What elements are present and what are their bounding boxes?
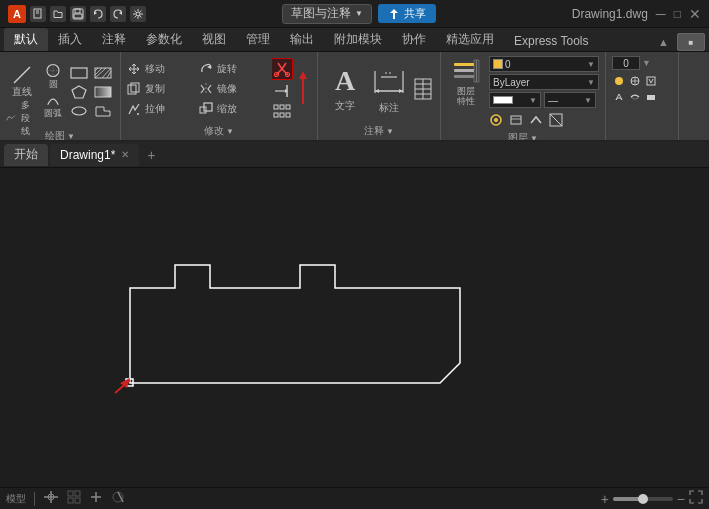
arc-button[interactable]: 圆弧 bbox=[40, 92, 66, 120]
redo-button[interactable] bbox=[110, 6, 126, 22]
grid-button[interactable] bbox=[67, 490, 81, 507]
svg-rect-85 bbox=[75, 491, 80, 496]
save-button[interactable] bbox=[70, 6, 86, 22]
tab-featured[interactable]: 精选应用 bbox=[436, 28, 504, 51]
fullscreen-button[interactable] bbox=[689, 490, 703, 507]
snap-button[interactable] bbox=[43, 490, 59, 507]
layer-tools: 图层特性 0 ▼ ByLayer ▼ bbox=[447, 56, 599, 129]
copy-button[interactable]: 复制 bbox=[127, 80, 197, 98]
tab-view[interactable]: 视图 bbox=[192, 28, 236, 51]
ribbon-options[interactable]: ■ bbox=[677, 33, 705, 51]
rectangle-button[interactable] bbox=[68, 64, 90, 82]
text-button[interactable]: A 文字 bbox=[324, 61, 366, 117]
mirror-button[interactable]: 镜像 bbox=[199, 80, 269, 98]
maximize-button[interactable]: □ bbox=[674, 7, 681, 21]
draw-expand-arrow: ▼ bbox=[67, 132, 75, 141]
prop-btn6[interactable] bbox=[644, 90, 658, 104]
ribbon-toolbar: 直线 多段线 圆 圆弧 bbox=[0, 52, 709, 142]
settings-button[interactable] bbox=[130, 6, 146, 22]
hatch-button[interactable] bbox=[92, 64, 114, 82]
layer-properties-button[interactable]: 图层特性 bbox=[447, 56, 485, 108]
extend-button[interactable] bbox=[271, 82, 293, 100]
annotation-tools: A 文字 标注 bbox=[324, 56, 434, 122]
drawing-canvas bbox=[0, 168, 709, 487]
annotation-group-label[interactable]: 注释 ▼ bbox=[364, 124, 394, 138]
tab-start[interactable]: 开始 bbox=[4, 144, 48, 166]
layer-group-label[interactable]: 图层 ▼ bbox=[508, 131, 538, 142]
zoom-slider[interactable] bbox=[613, 497, 673, 501]
layer-icon1[interactable] bbox=[487, 111, 505, 129]
svg-point-8 bbox=[136, 12, 140, 16]
dimension-button[interactable]: 标注 bbox=[368, 61, 410, 117]
prop-btn1[interactable] bbox=[612, 74, 626, 88]
tab-add-button[interactable]: + bbox=[141, 145, 161, 165]
rotate-button[interactable]: 旋转 bbox=[199, 60, 269, 78]
prop-btn5[interactable] bbox=[628, 90, 642, 104]
canvas-area[interactable]: [-][俯视][二维线框] bbox=[0, 168, 709, 487]
ribbon-group-modify: 移动 复制 拉伸 旋转 镜像 bbox=[121, 52, 318, 140]
svg-rect-42 bbox=[286, 105, 290, 109]
model-button[interactable]: 模型 bbox=[6, 492, 26, 506]
zoom-out-button[interactable]: − bbox=[677, 491, 685, 507]
tab-insert[interactable]: 插入 bbox=[48, 28, 92, 51]
new-button[interactable] bbox=[30, 6, 46, 22]
tab-manage[interactable]: 管理 bbox=[236, 28, 280, 51]
svg-marker-6 bbox=[94, 11, 97, 15]
layer-icon2[interactable] bbox=[507, 111, 525, 129]
tab-annotation[interactable]: 注释 bbox=[92, 28, 136, 51]
tab-close-button[interactable]: ✕ bbox=[121, 149, 129, 160]
ribbon-tabs: 默认 插入 注释 参数化 视图 管理 输出 附加模块 协作 精选应用 Expre… bbox=[0, 28, 709, 52]
trim-button[interactable] bbox=[271, 58, 293, 80]
tab-collaborate[interactable]: 协作 bbox=[392, 28, 436, 51]
svg-rect-76 bbox=[647, 95, 655, 100]
tab-default[interactable]: 默认 bbox=[4, 28, 48, 51]
ortho-button[interactable] bbox=[89, 490, 103, 507]
prop-btn4[interactable] bbox=[612, 90, 626, 104]
tab-drawing1[interactable]: Drawing1* ✕ bbox=[50, 144, 139, 166]
tab-parametric[interactable]: 参数化 bbox=[136, 28, 192, 51]
svg-line-34 bbox=[282, 63, 286, 69]
modify-group-label[interactable]: 修改 ▼ bbox=[204, 124, 234, 138]
move-button[interactable]: 移动 bbox=[127, 60, 197, 78]
undo-button[interactable] bbox=[90, 6, 106, 22]
prop-btn2[interactable] bbox=[628, 74, 642, 88]
scale-button[interactable]: 缩放 bbox=[199, 100, 269, 118]
share-button[interactable]: 共享 bbox=[378, 4, 436, 23]
zoom-in-button[interactable]: + bbox=[601, 491, 609, 507]
ribbon-group-annotation: A 文字 标注 bbox=[318, 52, 441, 140]
open-button[interactable] bbox=[50, 6, 66, 22]
gradient-button[interactable] bbox=[92, 83, 114, 101]
polygon-button[interactable] bbox=[68, 83, 90, 101]
status-bar: 模型 + − bbox=[0, 487, 709, 509]
tab-addons[interactable]: 附加模块 bbox=[324, 28, 392, 51]
svg-rect-23 bbox=[128, 85, 136, 94]
workspace-dropdown[interactable]: 草图与注释 ▼ bbox=[282, 4, 372, 24]
svg-marker-47 bbox=[299, 71, 307, 79]
close-button[interactable]: ✕ bbox=[689, 6, 701, 22]
boundary-button[interactable] bbox=[92, 102, 114, 120]
prop-btn3[interactable] bbox=[644, 74, 658, 88]
svg-rect-22 bbox=[95, 87, 111, 97]
ellipse-button[interactable] bbox=[68, 102, 90, 120]
draw-group-label[interactable]: 绘图 ▼ bbox=[45, 129, 75, 142]
props-group-label bbox=[641, 127, 644, 138]
title-bar-left: A bbox=[8, 5, 146, 23]
array-button[interactable] bbox=[271, 102, 293, 120]
ribbon-collapse-button[interactable]: ▲ bbox=[654, 36, 673, 48]
stretch-button[interactable]: 拉伸 bbox=[127, 100, 197, 118]
svg-line-33 bbox=[278, 63, 282, 69]
tab-express-tools[interactable]: Express Tools bbox=[504, 31, 598, 51]
svg-rect-5 bbox=[74, 14, 82, 18]
layer-icon3[interactable] bbox=[527, 111, 545, 129]
circle-button[interactable]: 圆 bbox=[40, 63, 66, 91]
annotation-expand-arrow: ▼ bbox=[386, 127, 394, 136]
svg-rect-24 bbox=[131, 83, 139, 92]
table-button[interactable] bbox=[412, 75, 434, 103]
svg-point-71 bbox=[615, 77, 623, 85]
polyline-button[interactable]: 多段线 bbox=[6, 109, 32, 127]
minimize-button[interactable]: ─ bbox=[656, 6, 666, 22]
layer-icon4[interactable] bbox=[547, 111, 565, 129]
tab-output[interactable]: 输出 bbox=[280, 28, 324, 51]
polar-button[interactable] bbox=[111, 490, 125, 507]
svg-rect-67 bbox=[511, 116, 521, 124]
